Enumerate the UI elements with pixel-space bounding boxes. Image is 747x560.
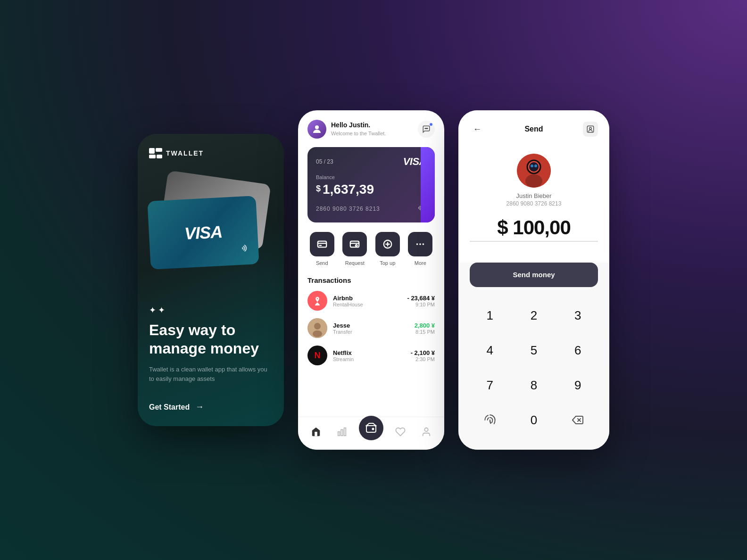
svg-rect-2 bbox=[149, 155, 156, 158]
send-action[interactable]: Send bbox=[307, 232, 337, 266]
svg-point-31 bbox=[531, 165, 533, 167]
nav-stats[interactable] bbox=[332, 422, 351, 441]
card-number-row: 2860 9080 3726 8213 bbox=[316, 204, 426, 214]
star-icon-2: ✦ bbox=[158, 305, 165, 315]
fingerprint-button[interactable] bbox=[468, 405, 512, 435]
amount-underline bbox=[470, 241, 598, 242]
svg-point-10 bbox=[356, 245, 357, 247]
airbnb-amount-col: - 23,684 ¥ 9:10 PM bbox=[407, 295, 435, 307]
transaction-netflix[interactable]: N Netflix Streamin - 2,100 ¥ 2:30 PM bbox=[307, 346, 435, 365]
svg-rect-8 bbox=[318, 241, 326, 247]
contactless-icon-front bbox=[241, 243, 251, 255]
more-label: More bbox=[415, 260, 426, 266]
balance-amount: $ 1,637,39 bbox=[316, 182, 426, 197]
transaction-jesse[interactable]: Jesse Transfer 2,800 ¥ 8:15 PM bbox=[307, 318, 435, 338]
topup-label: Top up bbox=[380, 260, 395, 266]
send-recipient: Justin Bieber 2860 9080 3726 8213 $ 100,… bbox=[458, 144, 609, 263]
logo-icon bbox=[149, 148, 162, 158]
svg-rect-18 bbox=[338, 432, 340, 436]
amount-display: $ 100,00 bbox=[497, 216, 571, 239]
backspace-button[interactable] bbox=[556, 405, 600, 435]
bottom-nav bbox=[298, 417, 444, 450]
get-started-button[interactable]: Get Started → bbox=[149, 402, 273, 412]
key-8[interactable]: 8 bbox=[512, 371, 556, 400]
svg-point-14 bbox=[423, 243, 424, 245]
key-7[interactable]: 7 bbox=[468, 371, 512, 400]
action-buttons: Send Request bbox=[307, 232, 435, 266]
key-4[interactable]: 4 bbox=[468, 336, 512, 365]
request-icon bbox=[342, 232, 367, 256]
svg-rect-21 bbox=[366, 426, 376, 432]
key-9[interactable]: 9 bbox=[556, 371, 600, 400]
nav-profile[interactable] bbox=[417, 422, 436, 441]
jesse-amount-col: 2,800 ¥ 8:15 PM bbox=[415, 322, 435, 335]
netflix-time: 2:30 PM bbox=[411, 356, 435, 362]
jesse-avatar bbox=[307, 318, 327, 338]
key-3[interactable]: 3 bbox=[556, 301, 600, 330]
send-money-button[interactable]: Send money bbox=[470, 263, 598, 287]
transactions-title: Transactions bbox=[307, 276, 435, 284]
transactions-section: Transactions Airbnb RentalHouse - 23,684… bbox=[307, 276, 435, 365]
jesse-name: Jesse bbox=[333, 322, 409, 329]
airbnb-name: Airbnb bbox=[333, 295, 401, 302]
svg-point-16 bbox=[314, 323, 321, 329]
key-1[interactable]: 1 bbox=[468, 301, 512, 330]
airbnb-avatar bbox=[307, 291, 327, 311]
balance-value: 1,637,39 bbox=[323, 182, 374, 197]
request-label: Request bbox=[345, 260, 365, 266]
send-money-label: Send money bbox=[513, 271, 555, 279]
back-button[interactable]: ← bbox=[470, 122, 485, 137]
dashboard-header: Hello Justin. Welcome to the Twallet. bbox=[307, 120, 435, 139]
intro-subtext: Twallet is a clean wallet app that allow… bbox=[149, 365, 273, 383]
send-header: ← Send bbox=[458, 110, 609, 144]
svg-point-13 bbox=[419, 243, 421, 245]
visa-logo-intro: VISA bbox=[184, 222, 223, 243]
star-icon-1: ✦ bbox=[149, 305, 156, 315]
send-icon bbox=[310, 232, 334, 256]
svg-point-22 bbox=[372, 428, 374, 429]
svg-rect-19 bbox=[341, 429, 343, 436]
topup-icon bbox=[375, 232, 400, 256]
card-date: 05 / 23 bbox=[316, 158, 333, 165]
phone-intro: TWALLET VISA ✦ ✦ Easy way tomanage money… bbox=[138, 134, 284, 426]
netflix-amount: - 2,100 ¥ bbox=[411, 349, 435, 356]
svg-point-25 bbox=[589, 127, 592, 130]
more-icon bbox=[408, 232, 432, 256]
jesse-sub: Transfer bbox=[333, 329, 409, 335]
netflix-amount-col: - 2,100 ¥ 2:30 PM bbox=[411, 349, 435, 362]
key-0[interactable]: 0 bbox=[512, 405, 556, 435]
topup-action[interactable]: Top up bbox=[373, 232, 402, 266]
request-action[interactable]: Request bbox=[340, 232, 370, 266]
key-6[interactable]: 6 bbox=[556, 336, 600, 365]
key-5[interactable]: 5 bbox=[512, 336, 556, 365]
more-action[interactable]: More bbox=[406, 232, 435, 266]
svg-point-28 bbox=[525, 174, 542, 188]
svg-rect-0 bbox=[149, 148, 155, 154]
user-search-button[interactable] bbox=[583, 122, 598, 137]
netflix-avatar: N bbox=[307, 346, 327, 365]
key-2[interactable]: 2 bbox=[512, 301, 556, 330]
svg-point-32 bbox=[534, 165, 537, 167]
svg-point-30 bbox=[529, 162, 539, 172]
svg-point-12 bbox=[416, 243, 418, 245]
transaction-airbnb[interactable]: Airbnb RentalHouse - 23,684 ¥ 9:10 PM bbox=[307, 291, 435, 311]
intro-heading: Easy way tomanage money bbox=[149, 321, 273, 357]
jesse-time: 8:15 PM bbox=[415, 329, 435, 335]
greeting-text: Hello Justin. bbox=[331, 121, 386, 129]
netflix-sub: Streamin bbox=[333, 356, 405, 362]
notification-button[interactable] bbox=[418, 121, 435, 138]
user-greeting: Hello Justin. Welcome to the Twallet. bbox=[331, 121, 386, 137]
nav-wallet-center[interactable] bbox=[359, 416, 383, 440]
svg-rect-3 bbox=[157, 155, 162, 158]
send-title: Send bbox=[524, 125, 543, 133]
phone-dashboard: Hello Justin. Welcome to the Twallet. 05… bbox=[298, 110, 444, 450]
nav-home[interactable] bbox=[307, 422, 325, 441]
recipient-name: Justin Bieber bbox=[516, 192, 551, 199]
stars-decoration: ✦ ✦ bbox=[149, 305, 273, 315]
svg-point-6 bbox=[426, 128, 427, 129]
user-avatar bbox=[307, 120, 326, 139]
svg-rect-1 bbox=[156, 148, 162, 152]
svg-point-17 bbox=[313, 330, 322, 337]
nav-favorites[interactable] bbox=[391, 422, 410, 441]
balance-label: Balance bbox=[316, 174, 426, 180]
